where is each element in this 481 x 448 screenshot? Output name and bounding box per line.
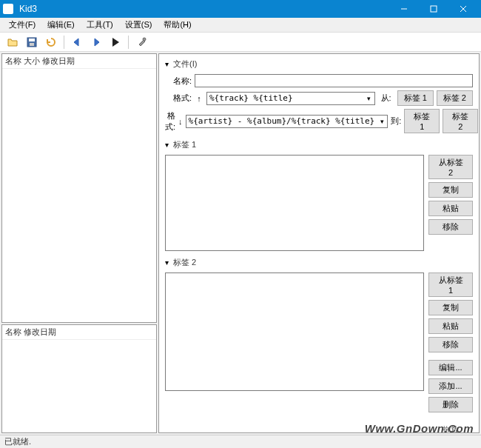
svg-rect-1: [431, 6, 437, 12]
tag2-header: 标签 2: [173, 257, 196, 268]
open-icon[interactable]: [4, 34, 21, 50]
to-tag1-button[interactable]: 标签 1: [404, 109, 440, 133]
menu-tools[interactable]: 工具(T): [81, 18, 119, 32]
back-icon[interactable]: [69, 34, 85, 50]
format2-value: %{artist} - %{album}/%{track} %{title}: [186, 116, 377, 126]
menu-help[interactable]: 帮助(H): [158, 18, 197, 32]
title-bar: Kid3: [0, 0, 481, 18]
save-icon[interactable]: [24, 34, 40, 50]
tag1-copy-button[interactable]: 复制: [428, 182, 473, 198]
svg-rect-6: [30, 43, 34, 46]
maximize-button[interactable]: [419, 0, 448, 18]
tag2-from-button[interactable]: 从标签 1: [428, 273, 473, 297]
app-icon: [3, 4, 13, 14]
dir-list-header: 名称 修改日期: [2, 325, 156, 340]
minimize-button[interactable]: [389, 0, 419, 18]
to-tag2-button[interactable]: 标签 2: [443, 109, 478, 133]
chevron-down-icon[interactable]: ▾: [377, 118, 387, 125]
svg-rect-5: [29, 39, 35, 41]
menu-edit[interactable]: 编辑(E): [41, 18, 81, 32]
tag2-copy-button[interactable]: 复制: [428, 300, 473, 315]
format2-combo[interactable]: %{artist} - %{album}/%{track} %{title} ▾: [186, 115, 388, 128]
window-title: Kid3: [16, 4, 389, 14]
tag2-paste-button[interactable]: 粘贴: [428, 318, 473, 334]
format1-value: %{track} %{title}: [207, 93, 364, 103]
toolbar-separator: [128, 36, 129, 49]
menu-bar: 文件(F) 编辑(E) 工具(T) 设置(S) 帮助(H): [0, 18, 481, 33]
arrow-up-icon: ↑: [195, 94, 204, 103]
svg-point-7: [143, 38, 146, 41]
status-bar: 已就绪.: [0, 435, 481, 448]
name-input[interactable]: [195, 74, 473, 87]
close-button[interactable]: [448, 0, 478, 18]
menu-file[interactable]: 文件(F): [3, 18, 41, 32]
file-list-panel: 名称 大小 修改日期: [1, 53, 157, 323]
content-area: 名称 大小 修改日期 名称 修改日期 ▾ 文件(I) 名称: 格式: ↑ %{t…: [0, 52, 481, 435]
tag2-area[interactable]: [165, 273, 424, 391]
to-label: 到:: [391, 116, 401, 127]
name-label: 名称:: [165, 76, 192, 87]
tag1-from-button[interactable]: 从标签 2: [428, 155, 473, 179]
chevron-down-icon[interactable]: ▾: [364, 95, 374, 102]
from-label: 从:: [378, 93, 394, 104]
collapse-icon[interactable]: ▾: [165, 60, 170, 68]
status-text: 已就绪.: [4, 437, 31, 446]
tag2-add-button[interactable]: 添加...: [428, 378, 473, 394]
file-section-label: 文件(I): [173, 58, 197, 70]
from-tag1-button[interactable]: 标签 1: [397, 90, 434, 106]
dir-panel: 名称 修改日期: [1, 324, 157, 433]
play-icon[interactable]: [107, 34, 124, 50]
tag1-paste-button[interactable]: 粘贴: [428, 201, 473, 216]
tag2-edit-button[interactable]: 编辑...: [428, 360, 473, 375]
format1-combo[interactable]: %{track} %{title} ▾: [206, 92, 375, 105]
menu-settings[interactable]: 设置(S): [119, 18, 158, 32]
file-list-body[interactable]: [2, 69, 156, 322]
from-tag2-button[interactable]: 标签 2: [437, 90, 473, 106]
toolbar-separator: [64, 36, 64, 49]
tag2-remove-button[interactable]: 移除: [428, 337, 473, 352]
collapse-icon[interactable]: ▾: [165, 141, 170, 149]
format1-label: 格式:: [165, 93, 192, 104]
album-art-drop[interactable]: 拖放 专辑图片 到此处: [428, 421, 473, 433]
tag1-header: 标签 1: [173, 139, 196, 150]
forward-icon[interactable]: [88, 34, 104, 50]
revert-icon[interactable]: [43, 34, 59, 50]
collapse-icon[interactable]: ▾: [165, 258, 170, 267]
settings-icon[interactable]: [133, 34, 149, 50]
toolbar: [0, 33, 481, 52]
tag2-delete-button[interactable]: 删除: [428, 397, 473, 412]
tag1-area[interactable]: [165, 155, 424, 251]
left-pane: 名称 大小 修改日期 名称 修改日期: [1, 53, 157, 433]
right-pane: ▾ 文件(I) 名称: 格式: ↑ %{track} %{title} ▾ 从:…: [158, 53, 480, 433]
arrow-down-icon: ↓: [178, 117, 183, 126]
format2-label: 格式:: [165, 110, 175, 133]
file-list-header: 名称 大小 修改日期: [2, 54, 156, 69]
tag1-remove-button[interactable]: 移除: [428, 219, 473, 235]
